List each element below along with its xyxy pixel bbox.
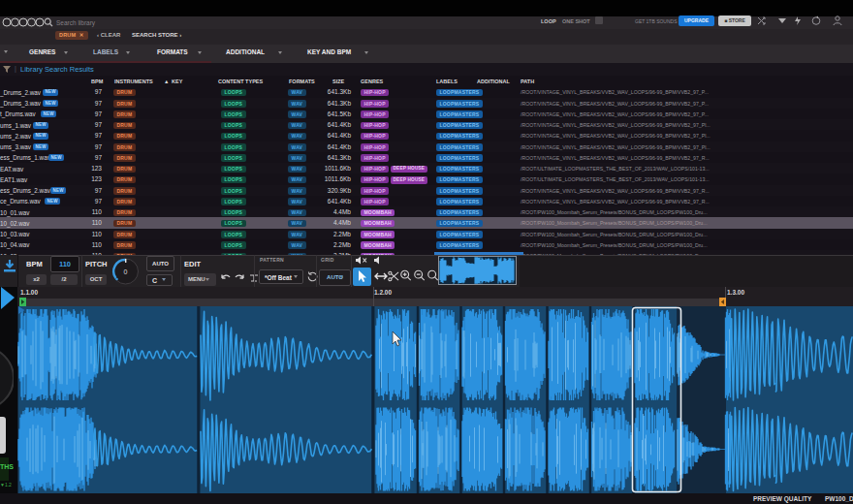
svg-text:THS: THS bbox=[0, 463, 14, 470]
svg-text:▼1.2: ▼1.2 bbox=[0, 482, 12, 488]
svg-text:0: 0 bbox=[124, 268, 128, 275]
